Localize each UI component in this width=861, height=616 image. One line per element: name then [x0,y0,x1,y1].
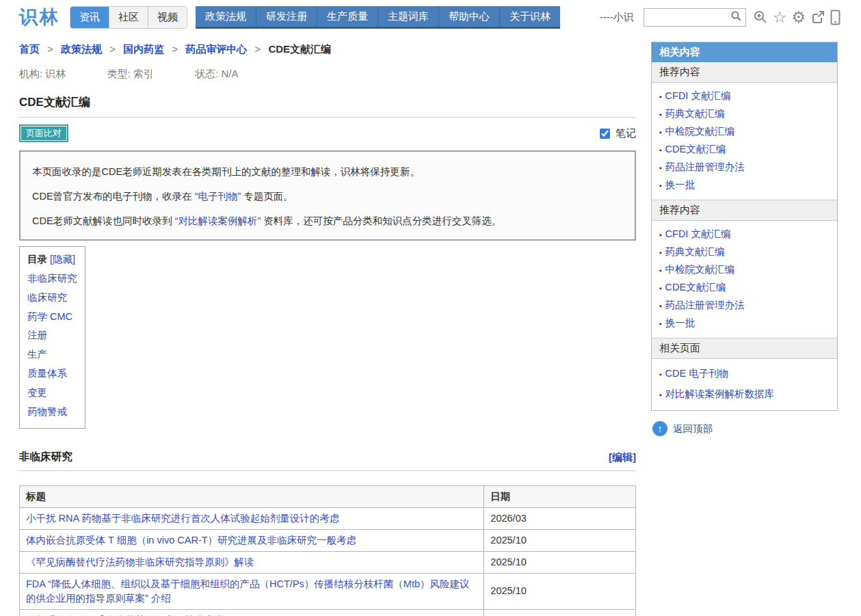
bullet-icon: ▪ [659,315,662,332]
search-input[interactable] [650,11,730,23]
header-icons: ☆ ⚙ [753,10,840,25]
list-item: ▪CFDI 文献汇编 [659,226,830,243]
sidebar-link-refresh[interactable]: 换一批 [665,176,696,193]
table-row: 《罕见病酶替代疗法药物非临床研究指导原则》解读 2025/10 [20,551,636,573]
meta-org-value: 识林 [45,68,66,79]
tab-news[interactable]: 资讯 [70,7,109,28]
table-header-date: 日期 [484,485,636,507]
tab-community[interactable]: 社区 [109,7,148,28]
table-header-title: 标题 [20,485,484,507]
section-edit-link[interactable]: [编辑] [609,451,636,464]
nav-policy[interactable]: 政策法规 [196,6,256,27]
article-date: 2025/10 [484,551,636,573]
toc-item-cmc[interactable]: 药学 CMC [27,308,77,327]
notice-paragraph-3: CDE老师文献解读也同时收录到 “对比解读案例解析” 资料库，还可按产品分类和知… [32,214,623,228]
sidebar-link-cde-ejournal[interactable]: CDE 电子刊物 [665,364,729,383]
toc-item-quality-system[interactable]: 质量体系 [27,364,77,384]
list-item: ▪中检院文献汇编 [659,123,830,141]
breadcrumb-home[interactable]: 首页 [19,43,40,55]
sidebar-list: ▪CFDI 文献汇编 ▪药典文献汇编 ▪中检院文献汇编 ▪CDE文献汇编 ▪药品… [652,83,837,200]
toc-item-nonclinical[interactable]: 非临床研究 [27,269,77,289]
breadcrumb: 首页 > 政策法规 > 国内药监 > 药品审评中心 > CDE文献汇编 [19,43,636,56]
toc-item-production[interactable]: 生产 [27,345,77,364]
list-item: ▪药典文献汇编 [659,105,830,123]
actions-row: 页面比对 笔记 [19,124,636,142]
table-header-row: 标题 日期 [20,485,636,507]
article-date: 2025/10 [484,573,636,609]
case-analysis-link[interactable]: “对比解读案例解析” [175,215,261,226]
toc-item-registration[interactable]: 注册 [27,326,77,345]
toc-box: 目录 [隐藏] 非临床研究 临床研究 药学 CMC 注册 生产 质量体系 变更 … [19,246,85,428]
article-link[interactable]: 体内嵌合抗原受体 T 细胞（in vivo CAR-T）研究进展及非临床研究一般… [26,535,356,546]
list-item: ▪换一批 [659,314,830,332]
toc-item-clinical[interactable]: 临床研究 [27,289,77,308]
meta-type-label: 类型: [107,68,131,79]
article-link[interactable]: 《罕见病酶替代疗法药物非临床研究指导原则》解读 [26,557,254,567]
bullet-icon: ▪ [659,106,662,123]
list-item: ▪换一批 [659,176,830,194]
article-link[interactable]: FDA “降低人体细胞、组织以及基于细胞和组织的产品（HCT/Ps）传播结核分枝… [26,578,469,604]
section-title: 非临床研究 [19,450,72,464]
toc-item-change[interactable]: 变更 [27,384,77,403]
notice-box: 本页面收录的是CDE老师近期发表在各类期刊上的文献的整理和解读，识林将保持更新。… [19,150,636,241]
table-row: 小干扰 RNA 药物基于非临床研究进行首次人体试验起始剂量设计的考虑 2026/… [20,507,636,529]
sidebar-link-pharmacopoeia[interactable]: 药典文献汇编 [665,243,725,260]
header-right: ----小识 ☆ ⚙ [600,8,840,27]
sidebar-link-drug-registration[interactable]: 药品注册管理办法 [665,297,745,314]
nav-topic-thesaurus[interactable]: 主题词库 [378,6,439,27]
bullet-icon: ▪ [659,386,662,405]
sidebar-list: ▪CDE 电子刊物 ▪对比解读案例解析数据库 [652,359,837,410]
page-compare-button[interactable]: 页面比对 [19,124,68,142]
related-content-box: 相关内容 推荐内容 ▪CFDI 文献汇编 ▪药典文献汇编 ▪中检院文献汇编 ▪C… [651,42,838,411]
sidebar-link-drug-registration[interactable]: 药品注册管理办法 [665,159,745,176]
site-logo[interactable]: 识林 [19,5,60,29]
meta-org-label: 机构: [19,68,42,79]
toc-hide-link[interactable]: [隐藏] [50,254,75,265]
toc-item-pharmacovigilance[interactable]: 药物警戒 [27,403,77,422]
e-journal-link[interactable]: “电子刊物” [195,191,241,202]
article-link[interactable]: 小干扰 RNA 药物基于非临床研究进行首次人体试验起始剂量设计的考虑 [26,513,339,524]
tab-video[interactable]: 视频 [148,7,187,28]
share-icon[interactable] [810,10,825,25]
nav-about[interactable]: 关于识林 [500,6,560,27]
bullet-icon: ▪ [659,280,662,297]
sidebar-link-pharmacopoeia[interactable]: 药典文献汇编 [665,105,725,122]
header: 识林 资讯 社区 视频 政策法规 研发注册 生产质量 主题词库 帮助中心 关于识… [0,0,861,33]
sidebar-link-case-analysis-db[interactable]: 对比解读案例解析数据库 [665,384,775,403]
favorite-star-icon[interactable]: ☆ [773,10,787,25]
back-to-top-button[interactable]: ↑ 返回顶部 [652,421,838,436]
bullet-icon: ▪ [659,159,662,176]
list-item: ▪药典文献汇编 [659,243,830,261]
mobile-icon[interactable] [830,10,840,25]
sidebar-link-nifdc[interactable]: 中检院文献汇编 [665,261,735,278]
nav-help-center[interactable]: 帮助中心 [439,6,500,27]
toc-header: 目录 [隐藏] [27,250,77,269]
section-header: 非临床研究 [编辑] [19,450,636,471]
main-nav: 政策法规 研发注册 生产质量 主题词库 帮助中心 关于识林 [196,6,560,29]
notice-p2-tail: 专题页面。 [241,191,293,202]
settings-gear-icon[interactable]: ⚙ [791,10,806,25]
sidebar-link-cde[interactable]: CDE文献汇编 [665,279,726,296]
breadcrumb-domestic-regulator[interactable]: 国内药监 [123,43,164,55]
sidebar-link-refresh[interactable]: 换一批 [665,314,696,332]
bullet-icon: ▪ [659,262,662,279]
bullet-icon: ▪ [659,297,662,314]
notice-p3-text: CDE老师文献解读也同时收录到 [32,215,175,226]
sidebar-link-cfdi[interactable]: CFDI 文献汇编 [665,226,731,243]
sidebar-link-nifdc[interactable]: 中检院文献汇编 [665,123,735,140]
main-wrap: 首页 > 政策法规 > 国内药监 > 药品审评中心 > CDE文献汇编 机构: … [0,33,861,616]
sidebar-title: 相关内容 [652,42,837,62]
note-checkbox[interactable] [600,129,610,139]
sidebar-column: 相关内容 推荐内容 ▪CFDI 文献汇编 ▪药典文献汇编 ▪中检院文献汇编 ▪C… [651,42,838,436]
zoom-in-icon[interactable] [753,10,768,25]
sidebar-link-cfdi[interactable]: CFDI 文献汇编 [665,88,731,105]
search-icon[interactable] [730,10,742,24]
breadcrumb-cde[interactable]: 药品审评中心 [185,43,247,55]
nav-production-quality[interactable]: 生产质量 [317,6,378,27]
breadcrumb-separator: > [255,43,261,55]
nav-rnd-registration[interactable]: 研发注册 [256,6,317,27]
sidebar-link-cde[interactable]: CDE文献汇编 [665,141,726,158]
table-row: 体内嵌合抗原受体 T 细胞（in vivo CAR-T）研究进展及非临床研究一般… [20,529,636,551]
list-item: ▪对比解读案例解析数据库 [659,384,830,405]
breadcrumb-policy[interactable]: 政策法规 [61,43,102,55]
